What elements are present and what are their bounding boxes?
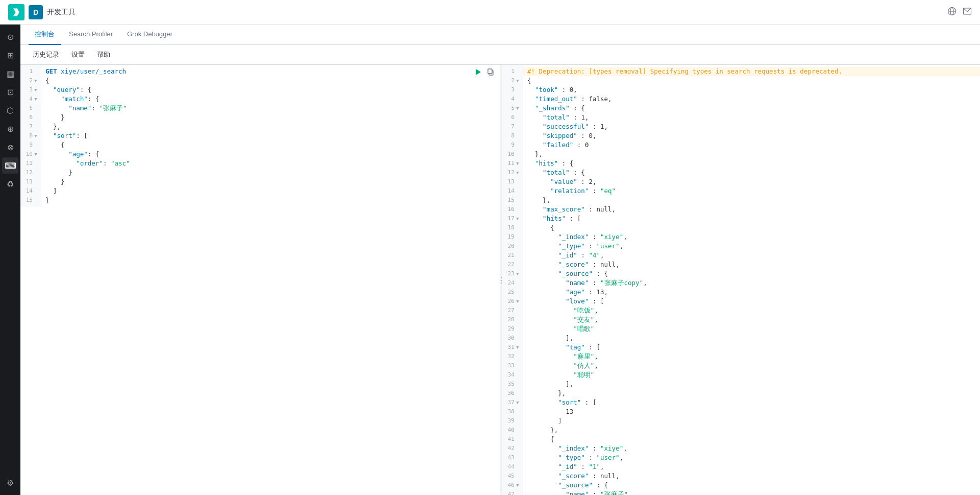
rln-25: 25 <box>502 288 523 297</box>
rln-32: 32 <box>502 352 523 361</box>
ln-14: 14 <box>20 186 41 196</box>
rln-23: 23▼ <box>502 269 523 278</box>
resp-line-16: "max_score" : null, <box>523 205 980 214</box>
history-button[interactable]: 历史记录 <box>29 48 63 61</box>
rln-29: 29 <box>502 324 523 334</box>
rln-43: 43 <box>502 453 523 462</box>
app-icon: D <box>29 5 43 19</box>
help-button[interactable]: 帮助 <box>93 48 114 61</box>
rln-16: 16 <box>502 205 523 214</box>
response-panel[interactable]: 1 2▼ 3 4 5▼ 6 7 8 9 10 11▼ 12▼ 13 14 <box>502 65 980 495</box>
response-line-numbers: 1 2▼ 3 4 5▼ 6 7 8 9 10 11▼ 12▼ 13 14 <box>502 65 523 495</box>
resp-line-25: "age" : 13, <box>523 288 980 297</box>
resp-line-22: "_score" : null, <box>523 260 980 269</box>
rln-27: 27 <box>502 306 523 315</box>
rln-9: 9 <box>502 140 523 150</box>
rln-34: 34 <box>502 370 523 380</box>
sidebar-item-visualize[interactable]: ▦ <box>2 65 18 82</box>
query-line-2: { <box>41 76 500 85</box>
resp-line-5: "_shards" : { <box>523 104 980 113</box>
tab-search-profiler[interactable]: Search Profiler <box>63 25 119 45</box>
ln-1: 1 <box>20 67 41 76</box>
copy-button[interactable] <box>485 67 496 77</box>
sidebar-item-management[interactable]: ⚙ <box>2 475 18 491</box>
resp-line-36: }, <box>523 389 980 398</box>
resp-line-8: "skipped" : 0, <box>523 131 980 140</box>
rln-4: 4 <box>502 95 523 104</box>
sidebar-item-canvas[interactable]: ⬡ <box>2 102 18 119</box>
resp-line-15: }, <box>523 196 980 205</box>
resp-line-7: "successful" : 1, <box>523 122 980 131</box>
query-line-10: "age": { <box>41 150 500 159</box>
sidebar-item-monitoring[interactable]: ♻ <box>2 176 18 192</box>
rln-3: 3 <box>502 85 523 95</box>
mail-icon[interactable] <box>963 7 972 18</box>
query-panel[interactable]: 1 2▼ 3▼ 4▼ 5 6 7 8▼ 9 10▼ 11 12 13 14 <box>20 65 500 495</box>
rln-36: 36 <box>502 389 523 398</box>
resp-line-33: "仿人", <box>523 361 980 370</box>
rln-2: 2▼ <box>502 76 523 85</box>
ln-11: 11 <box>20 159 41 168</box>
ln-7: 7 <box>20 122 41 131</box>
resp-line-26: "love" : [ <box>523 297 980 306</box>
rln-7: 7 <box>502 122 523 131</box>
resp-line-46: "_source" : { <box>523 481 980 490</box>
rln-14: 14 <box>502 186 523 196</box>
rln-18: 18 <box>502 223 523 232</box>
resp-line-12: "total" : { <box>523 168 980 177</box>
resp-line-39: ] <box>523 416 980 426</box>
resp-line-40: }, <box>523 426 980 435</box>
rln-21: 21 <box>502 251 523 260</box>
resp-line-41: { <box>523 435 980 444</box>
globe-icon[interactable] <box>947 7 957 18</box>
rln-31: 31▼ <box>502 343 523 352</box>
run-button[interactable] <box>473 67 483 77</box>
query-line-4: "match": { <box>41 95 500 104</box>
top-bar: D 开发工具 <box>0 0 980 25</box>
resp-line-43: "_type" : "user", <box>523 453 980 462</box>
rln-33: 33 <box>502 361 523 370</box>
resp-line-32: "麻里", <box>523 352 980 361</box>
ln-5: 5 <box>20 104 41 113</box>
sidebar-item-maps[interactable]: ⊕ <box>2 121 18 137</box>
query-line-7: }, <box>41 122 500 131</box>
main-layout: ⊙ ⊞ ▦ ⊡ ⬡ ⊕ ⊗ ⌨ ♻ ⚙ 控制台 Search Profiler … <box>0 25 980 495</box>
resp-line-27: "吃饭", <box>523 306 980 315</box>
rln-35: 35 <box>502 380 523 389</box>
rln-12: 12▼ <box>502 168 523 177</box>
query-line-6: } <box>41 113 500 122</box>
sidebar-item-ml[interactable]: ⊗ <box>2 139 18 155</box>
top-bar-actions <box>947 7 972 18</box>
tab-console[interactable]: 控制台 <box>29 25 61 45</box>
tab-grok-debugger[interactable]: Grok Debugger <box>121 25 179 45</box>
query-line-12: } <box>41 168 500 177</box>
resp-line-45: "_score" : null, <box>523 472 980 481</box>
ln-10: 10▼ <box>20 150 41 159</box>
resp-line-31: "tag" : [ <box>523 343 980 352</box>
editor-area: 1 2▼ 3▼ 4▼ 5 6 7 8▼ 9 10▼ 11 12 13 14 <box>20 65 980 495</box>
ln-6: 6 <box>20 113 41 122</box>
rln-30: 30 <box>502 334 523 343</box>
ln-15: 15 <box>20 196 41 205</box>
resp-line-19: "_index" : "xiye", <box>523 232 980 242</box>
query-line-5: "name": "张麻子" <box>41 104 500 113</box>
resp-line-13: "value" : 2, <box>523 177 980 186</box>
query-line-11: "order": "asc" <box>41 159 500 168</box>
sidebar-item-discover[interactable]: ⊞ <box>2 47 18 63</box>
rln-44: 44 <box>502 462 523 472</box>
resp-line-6: "total" : 1, <box>523 113 980 122</box>
settings-button[interactable]: 设置 <box>67 48 89 61</box>
sidebar-item-dashboard[interactable]: ⊡ <box>2 84 18 100</box>
resp-line-44: "_id" : "1", <box>523 462 980 472</box>
sidebar-item-devtools[interactable]: ⌨ <box>2 157 18 174</box>
response-code-lines: #! Deprecation: [types removal] Specifyi… <box>523 65 980 495</box>
resp-line-4: "timed_out" : false, <box>523 95 980 104</box>
app-title: 开发工具 <box>47 8 947 17</box>
svg-marker-4 <box>476 69 481 75</box>
resp-line-21: "_id" : "4", <box>523 251 980 260</box>
rln-46: 46▼ <box>502 481 523 490</box>
resp-line-34: "聪明" <box>523 370 980 380</box>
rln-37: 37▼ <box>502 398 523 407</box>
query-code-container: 1 2▼ 3▼ 4▼ 5 6 7 8▼ 9 10▼ 11 12 13 14 <box>20 65 500 207</box>
sidebar-item-home[interactable]: ⊙ <box>2 29 18 45</box>
